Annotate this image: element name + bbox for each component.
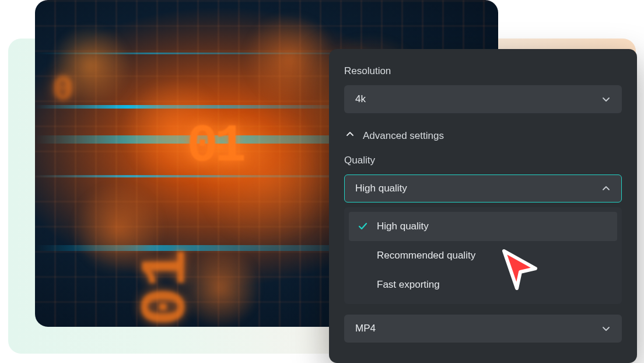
chevron-up-icon — [601, 184, 611, 193]
check-icon — [357, 280, 369, 290]
export-settings-panel: Resolution 4k Advanced settings Quality … — [329, 49, 637, 363]
format-select[interactable]: MP4 — [344, 315, 622, 343]
advanced-settings-toggle[interactable]: Advanced settings — [344, 126, 622, 155]
advanced-settings-label: Advanced settings — [363, 130, 444, 142]
resolution-label: Resolution — [344, 65, 622, 77]
quality-option-recommended[interactable]: Recommended quality — [349, 241, 617, 270]
chevron-down-icon — [601, 95, 611, 104]
quality-option-fast[interactable]: Fast exporting — [349, 270, 617, 299]
check-icon — [357, 221, 369, 232]
resolution-value: 4k — [355, 93, 366, 105]
quality-value: High quality — [355, 183, 407, 194]
check-icon — [357, 250, 369, 261]
option-label: Recommended quality — [377, 250, 475, 261]
option-label: Fast exporting — [377, 279, 440, 291]
option-label: High quality — [377, 221, 429, 232]
quality-select[interactable]: High quality — [344, 174, 622, 203]
resolution-select[interactable]: 4k — [344, 85, 622, 113]
chevron-down-icon — [601, 324, 611, 333]
quality-dropdown: High quality Recommended quality Fast ex… — [344, 207, 622, 304]
format-value: MP4 — [355, 323, 376, 334]
quality-label: Quality — [344, 155, 622, 166]
quality-option-high[interactable]: High quality — [349, 212, 617, 241]
chevron-up-icon — [345, 130, 355, 142]
